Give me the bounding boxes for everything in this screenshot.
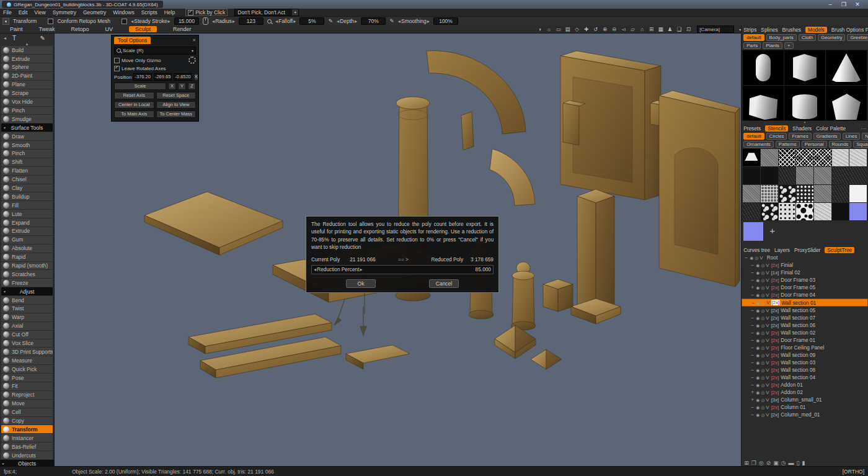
restore-button[interactable]: ❐ [839, 1, 848, 7]
ghost-mode-icon[interactable] [761, 389, 764, 395]
smoothing-value[interactable]: 100% [433, 17, 458, 25]
tool-item[interactable]: Draw [1, 132, 53, 140]
ghost-mode-icon[interactable] [761, 284, 764, 290]
expand-toggle-icon[interactable]: − [750, 344, 755, 351]
tool-item[interactable]: 3D Print Supports [1, 348, 53, 356]
menu-item[interactable]: Symmetry [53, 9, 76, 16]
voxel-mode-icon[interactable]: V [766, 345, 769, 351]
rotate-view-icon[interactable]: ↺ [592, 26, 599, 32]
panels-icon[interactable]: ▤ [564, 26, 571, 32]
tool-item[interactable]: Flatten [1, 167, 53, 175]
tool-item[interactable]: Extrude [1, 55, 53, 63]
visibility-eye-icon[interactable] [756, 277, 760, 283]
expand-toggle-icon[interactable]: − [750, 262, 755, 268]
camera-dropdown[interactable]: [Camera] [697, 25, 734, 33]
axis-action-button[interactable]: Reset Space [156, 92, 197, 99]
voxel-mode-icon[interactable]: V [766, 323, 769, 328]
panel-tab[interactable]: Curves tree [743, 247, 770, 253]
grid-icon[interactable]: ⊞ [648, 26, 655, 32]
stencil-thumbnail[interactable] [849, 167, 867, 184]
menu-item[interactable]: Windows [113, 9, 134, 16]
expand-toggle-icon[interactable]: − [750, 352, 755, 358]
shading-contrast-icon[interactable]: ◑ [536, 26, 543, 32]
pencil-icon[interactable]: ✎ [40, 35, 45, 42]
close-button[interactable]: ✕ [853, 1, 862, 7]
visibility-eye-icon[interactable] [756, 337, 760, 343]
mode-tab[interactable]: UV [105, 26, 113, 32]
scale-button[interactable]: Scale [114, 83, 166, 90]
merge-icon[interactable]: ▣ [773, 460, 779, 466]
stencil-thumbnail[interactable] [779, 203, 796, 220]
expand-toggle-icon[interactable]: + [750, 389, 755, 395]
sculpt-tree-item[interactable]: − V [2x] Wall section 08 [742, 366, 868, 374]
expand-toggle-icon[interactable]: − [750, 359, 755, 366]
models-group-tab[interactable]: Plants [763, 42, 782, 49]
voxel-mode-icon[interactable]: V [766, 412, 769, 418]
tool-item[interactable]: Gum [1, 236, 53, 244]
visibility-eye-icon[interactable] [756, 292, 760, 298]
sculpt-tree-item[interactable]: − V [2x] Door Frame 01 [742, 336, 868, 344]
tool-item[interactable]: Pose [1, 374, 53, 382]
visibility-eye-icon[interactable] [756, 382, 760, 388]
radius-label[interactable]: Radius [212, 18, 235, 24]
ghost-mode-icon[interactable] [761, 367, 764, 373]
voxel-mode-icon[interactable]: V [766, 367, 769, 373]
expand-toggle-icon[interactable]: − [750, 307, 755, 313]
stencil-thumbnail[interactable] [779, 185, 796, 202]
stencil-thumbnail[interactable] [849, 185, 867, 202]
models-group-tab[interactable]: Geometry [818, 34, 845, 41]
plane-icon[interactable]: ▱ [629, 26, 636, 32]
expand-toggle-icon[interactable]: + [750, 284, 755, 290]
depth-value[interactable]: 70% [361, 17, 386, 25]
stencil-thumbnail[interactable] [814, 167, 831, 184]
tool-item[interactable]: Clay [1, 184, 53, 192]
tool-item[interactable]: Adjust [1, 287, 53, 295]
visibility-eye-icon[interactable] [756, 389, 760, 395]
visibility-eye-icon[interactable] [750, 254, 753, 261]
models-group-tab[interactable]: Greebles [847, 34, 868, 41]
tool-item[interactable]: Reproject [1, 391, 53, 399]
panel-tab[interactable]: Brushes [782, 27, 801, 33]
tool-item[interactable]: Undercuts [1, 451, 53, 459]
expand-toggle-icon[interactable]: − [750, 292, 755, 298]
history-icon[interactable]: ◷ [781, 460, 786, 466]
stencil-thumbnail[interactable] [814, 185, 831, 202]
stencil-thumbnail[interactable] [779, 149, 796, 166]
stencil-thumbnail[interactable] [796, 203, 813, 220]
falloff-value[interactable]: 5% [299, 17, 324, 25]
stencil-thumbnail[interactable] [743, 167, 760, 184]
conform-retopo-checkbox[interactable] [48, 19, 53, 24]
ghost-mode-icon[interactable] [755, 254, 758, 261]
model-cube[interactable] [784, 50, 825, 85]
move-axis-icon[interactable]: ✚ [583, 26, 590, 32]
gear-icon[interactable] [188, 56, 196, 64]
stencil-thumbnail[interactable] [796, 149, 813, 166]
sphere-mode-icon[interactable]: ◎ [759, 460, 764, 466]
tool-item[interactable]: 2D-Paint [1, 72, 53, 80]
stencil-thumbnail[interactable] [743, 149, 760, 166]
ghost-mode-icon[interactable] [761, 359, 764, 366]
sculpt-tree-item[interactable]: − V Root [742, 254, 868, 261]
render-frame-icon[interactable]: ▭ [555, 26, 562, 32]
tool-item[interactable]: Bas-Relief [1, 442, 53, 451]
menu-item[interactable]: Help [164, 9, 175, 16]
models-group-tab[interactable]: Body_parts [766, 34, 797, 41]
transform-mode-select[interactable]: Scale (R) ▾ [114, 47, 196, 55]
tool-item[interactable]: Cut Off [1, 331, 53, 339]
ghost-mode-icon[interactable] [761, 315, 764, 321]
voxel-mode-icon[interactable]: V [766, 382, 769, 388]
stencil-thumbnail[interactable] [761, 185, 778, 202]
cancel-button[interactable]: Cancel [429, 279, 459, 288]
falloff-label[interactable]: Falloff [275, 18, 296, 24]
stencil-thumbnail[interactable] [796, 167, 813, 184]
pick-by-click-checkbox[interactable] [188, 10, 193, 16]
home-view-icon[interactable]: ⌂ [639, 26, 645, 32]
expand-toggle-icon[interactable]: − [750, 269, 755, 276]
stencil-group-tab[interactable]: Rounds [829, 141, 852, 148]
tool-item[interactable]: Pinch [1, 107, 53, 115]
ghost-mode-icon[interactable] [761, 337, 764, 343]
models-group-tab[interactable]: default [743, 34, 764, 41]
frame-all-icon[interactable]: ❑ [676, 26, 683, 32]
expand-toggle-icon[interactable]: − [750, 322, 755, 328]
voxel-mode-icon[interactable]: V [766, 405, 769, 410]
